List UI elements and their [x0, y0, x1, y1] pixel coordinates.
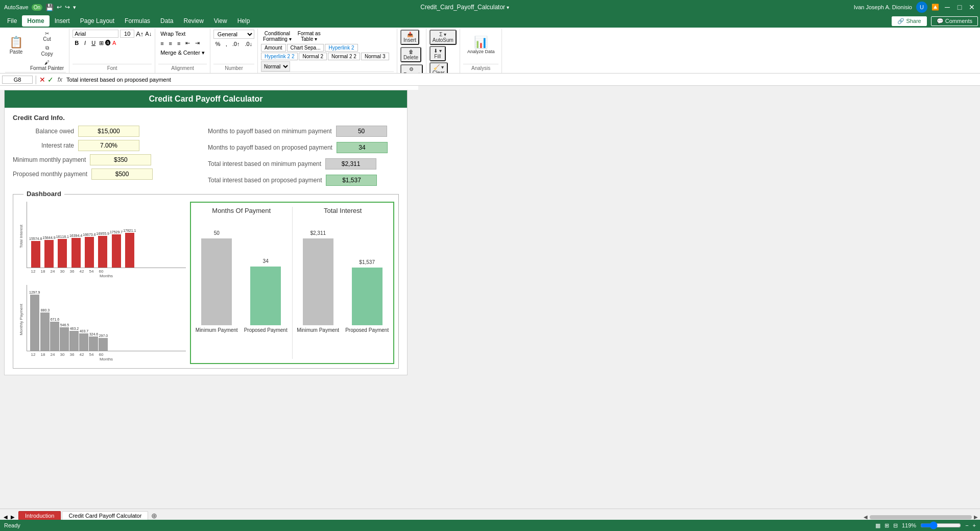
indent-right-button[interactable]: ⇥ — [193, 39, 202, 47]
fill-button[interactable]: ⬇ ▾ Fill — [429, 46, 446, 61]
page-break-icon[interactable]: ⊟ — [893, 522, 898, 529]
autosave-toggle[interactable]: On — [32, 4, 42, 11]
percent-button[interactable]: % — [213, 40, 223, 48]
menu-home[interactable]: Home — [22, 15, 49, 27]
bold-button[interactable]: B — [73, 39, 81, 47]
tab-nav-right[interactable]: ▶ — [9, 514, 16, 520]
zoom-out-icon[interactable]: − — [965, 522, 968, 528]
menu-view[interactable]: View — [209, 15, 232, 27]
horizontal-scrollbar[interactable] — [870, 515, 972, 519]
font-family-input[interactable] — [73, 30, 118, 38]
align-right-button[interactable]: ≡ — [175, 39, 182, 47]
style-hyperlink22[interactable]: Hyperlink 2 2 — [261, 53, 298, 60]
bar-1 — [31, 241, 40, 268]
style-normal22[interactable]: Normal 2 2 — [328, 53, 360, 60]
save-icon[interactable]: 💾 — [45, 4, 54, 11]
format-button[interactable]: ⚙ Format — [400, 64, 423, 74]
italic-button[interactable]: I — [82, 39, 88, 47]
indent-left-button[interactable]: ⇤ — [183, 39, 192, 47]
style-normal3[interactable]: Normal 3 — [361, 53, 389, 60]
wrap-text-button[interactable]: Wrap Text — [158, 30, 187, 38]
style-amount[interactable]: Amount — [261, 44, 285, 52]
insert-button[interactable]: 📥 Insert — [400, 30, 419, 45]
fill-color-icon[interactable]: 🅐 — [105, 40, 111, 46]
zoom-slider[interactable] — [920, 521, 961, 529]
menu-page-layout[interactable]: Page Layout — [75, 15, 119, 27]
increase-decimal-button[interactable]: .0↑ — [230, 40, 242, 48]
months-proposed-label: Months to payoff based on proposed payme… — [208, 144, 332, 151]
font-shrink-icon[interactable]: A↓ — [145, 31, 152, 37]
y-axis-label-total-interest: Total Interest — [17, 202, 25, 271]
cell-reference[interactable] — [2, 76, 33, 84]
tab-credit-card[interactable]: Credit Card Payoff Calculator — [62, 511, 148, 520]
normal-view-icon[interactable]: ▦ — [875, 522, 880, 529]
style-hyperlink2[interactable]: Hyperlink 2 — [325, 44, 357, 52]
undo-icon[interactable]: ↩ — [57, 4, 62, 11]
interest-min-row: Total interest based on minimum payment … — [208, 158, 399, 170]
close-btn[interactable]: ✕ — [968, 3, 976, 11]
months-min-bar-wrap: 50 Minimum Payment — [196, 238, 238, 333]
font-grow-icon[interactable]: A↑ — [136, 30, 144, 38]
format-painter-button[interactable]: 🖌 Format Painter — [28, 59, 66, 72]
ribbon-toggle[interactable]: 🔼 — [931, 4, 939, 11]
redo-icon[interactable]: ↪ — [65, 4, 70, 11]
font-size-input[interactable] — [120, 30, 134, 38]
user-avatar[interactable]: U — [916, 2, 927, 13]
ribbon: 📋 Paste ✂ Cut ⧉ Copy 🖌 Format Painter Cl… — [0, 28, 980, 74]
style-normal2[interactable]: Normal 2 — [299, 53, 327, 60]
decrease-decimal-button[interactable]: .0↓ — [243, 40, 254, 48]
customize-icon[interactable]: ▾ — [73, 4, 76, 11]
styles-dropdown[interactable]: Normal — [261, 61, 290, 71]
comma-button[interactable]: , — [224, 40, 229, 48]
formula-input[interactable] — [66, 77, 978, 83]
menu-formulas[interactable]: Formulas — [119, 15, 155, 27]
delete-button[interactable]: 🗑 Delete — [400, 47, 421, 62]
interest-min-value: $2,311 — [325, 158, 376, 170]
font-color-icon[interactable]: A — [112, 40, 116, 46]
copy-button[interactable]: ⧉ Copy — [28, 44, 66, 58]
add-tab-button[interactable]: ⊕ — [149, 512, 159, 520]
underline-button[interactable]: U — [89, 39, 98, 47]
menu-file[interactable]: File — [2, 15, 22, 27]
cut-button[interactable]: ✂ Cut — [28, 30, 66, 43]
style-select[interactable]: Normal — [261, 61, 290, 71]
align-left-button[interactable]: ≡ — [158, 39, 165, 47]
analyze-data-button[interactable]: 📊 Analyze Data — [463, 30, 499, 60]
menu-data[interactable]: Data — [155, 15, 178, 27]
conditional-formatting-button[interactable]: ConditionalFormatting ▾ — [261, 30, 294, 43]
main-area: Credit Card Payoff Calculator Credit Car… — [0, 86, 980, 509]
tab-nav-left[interactable]: ◀ — [2, 514, 9, 520]
confirm-formula-icon[interactable]: ✓ — [47, 76, 54, 84]
proposed-monthly-value[interactable]: $500 — [91, 168, 153, 180]
menu-help[interactable]: Help — [232, 15, 255, 27]
dropdown-arrow[interactable]: ▾ — [507, 5, 509, 10]
tab-introduction[interactable]: Introduction — [18, 511, 61, 520]
interest-rate-value[interactable]: 7.00% — [78, 140, 139, 151]
comments-button[interactable]: 💬 Comments — [931, 16, 978, 26]
scroll-right[interactable]: ▶ — [974, 514, 978, 520]
zoom-in-icon[interactable]: + — [973, 522, 976, 528]
border-icon[interactable]: ⊞ — [99, 40, 104, 46]
paste-button[interactable]: 📋 Paste — [5, 30, 27, 60]
share-button[interactable]: 🔗 Share — [892, 16, 926, 26]
minimize-btn[interactable]: ─ — [943, 3, 951, 11]
align-center-button[interactable]: ≡ — [167, 39, 174, 47]
menu-review[interactable]: Review — [178, 15, 208, 27]
merge-center-button[interactable]: Merge & Center ▾ — [158, 49, 207, 57]
number-format-select[interactable]: General Number Currency Percentage — [213, 30, 254, 39]
card-header: Credit Card Payoff Calculator — [5, 90, 407, 108]
interest-rate-label: Interest rate — [13, 142, 74, 149]
style-chart-sepa[interactable]: Chart Sepa... — [287, 44, 324, 52]
cancel-formula-icon[interactable]: ✕ — [39, 76, 45, 84]
page-layout-icon[interactable]: ⊞ — [885, 522, 889, 529]
mp-bar-8 — [99, 338, 108, 351]
balance-owed-value[interactable]: $15,000 — [78, 126, 139, 137]
format-as-table-button[interactable]: Format asTable ▾ — [296, 30, 323, 43]
restore-btn[interactable]: □ — [955, 3, 964, 11]
autosum-button[interactable]: Σ ▾ AutoSum — [429, 30, 457, 45]
menu-insert[interactable]: Insert — [50, 15, 75, 27]
scroll-left[interactable]: ◀ — [864, 514, 868, 520]
min-monthly-value[interactable]: $350 — [90, 154, 151, 165]
spreadsheet-area[interactable]: Credit Card Payoff Calculator Credit Car… — [0, 86, 418, 509]
clear-button[interactable]: 🧹 ▾ Clear — [429, 62, 448, 74]
